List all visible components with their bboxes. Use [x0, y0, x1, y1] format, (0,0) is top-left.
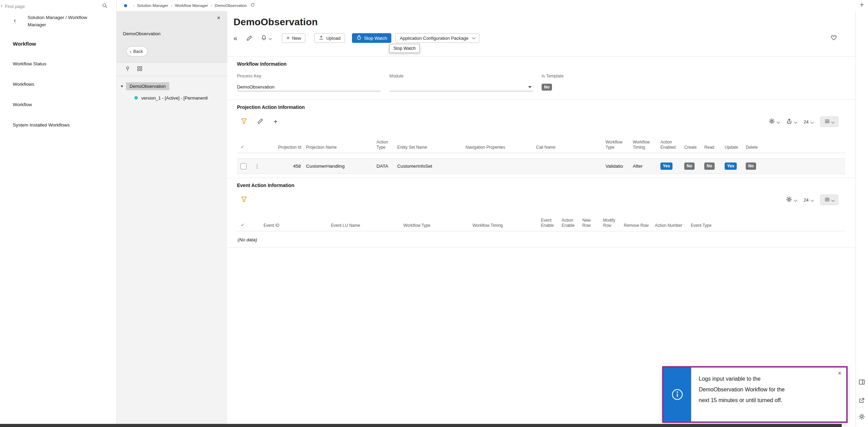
module-label: Module: [389, 74, 542, 78]
sidebar-item-workflows[interactable]: Workflows: [13, 82, 70, 87]
column-header: Workflow Type: [401, 223, 470, 231]
gear-icon: [769, 118, 775, 125]
select-all-icon[interactable]: ✓: [237, 145, 269, 153]
select-all-icon[interactable]: ✓: [237, 223, 259, 231]
workflow-information-section: Workflow Information Process Key DemoObs…: [227, 56, 856, 91]
tree-node-root[interactable]: ▼ DemoObservation: [117, 82, 227, 91]
page-size-control[interactable]: 24: [804, 197, 813, 203]
cell-action-type: DATA: [374, 164, 394, 169]
side-panel-toggle-icon[interactable]: [859, 379, 865, 386]
stop-watch-tooltip: Stop Watch: [389, 44, 420, 53]
module-field: Module: [389, 74, 542, 91]
view-mode-button[interactable]: [820, 117, 838, 127]
tree-version-label[interactable]: version_1 - [Active] - [Permanentl: [141, 95, 208, 101]
event-action-section: Event Action Information: [227, 178, 856, 248]
breadcrumb-separator: ›: [133, 3, 134, 8]
process-key-field: Process Key DemoObservation: [237, 74, 389, 91]
read-badge: No: [704, 163, 715, 169]
grid-view-icon[interactable]: [137, 66, 142, 72]
plus-icon[interactable]: +: [860, 1, 864, 9]
breadcrumb-separator: ›: [171, 3, 172, 8]
page-size-control[interactable]: 24: [804, 119, 813, 124]
filter-icon[interactable]: [241, 118, 247, 125]
chevron-down-icon: [472, 36, 476, 39]
toast-message: Logs input variable to the DemoObservati…: [691, 368, 795, 421]
back-chevron-icon[interactable]: ‹: [14, 17, 16, 24]
sidebar-item-workflow-status[interactable]: Workflow Status: [13, 61, 70, 66]
collapse-panel-icon[interactable]: «: [233, 34, 237, 42]
chevron-left-icon: ‹: [130, 49, 132, 54]
chevron-down-icon: [794, 198, 797, 202]
stop-watch-button[interactable]: Stop Watch: [352, 33, 392, 43]
column-header: Action Type: [374, 140, 394, 153]
is-template-field: Is Template No: [542, 74, 564, 91]
export-control[interactable]: [786, 119, 797, 125]
column-header: Workflow Type: [603, 140, 630, 153]
is-template-label: Is Template: [542, 74, 564, 78]
application-configuration-package-button[interactable]: Application Configuration Package: [395, 33, 479, 43]
version-panel-title: DemoObservation: [123, 31, 161, 36]
page-size-value: 24: [804, 197, 809, 203]
column-header: Event LU Name: [328, 223, 401, 231]
breadcrumb-workflow-manager[interactable]: Workflow Manager: [175, 3, 208, 8]
tree-root-label[interactable]: DemoObservation: [126, 82, 169, 90]
module-select[interactable]: [389, 83, 533, 91]
back-button[interactable]: ‹ Back: [127, 47, 147, 56]
column-header: Update: [722, 145, 743, 153]
sidebar-item-workflow[interactable]: Workflow: [13, 102, 70, 107]
cell-workflow-type: Validatio: [603, 164, 630, 169]
column-header: Navigation Properties: [463, 145, 533, 153]
find-page-row: [5, 0, 107, 12]
process-key-input[interactable]: DemoObservation: [237, 83, 381, 91]
projection-table-row[interactable]: ⋮ 458 CustomerHandling DATA CustomerInfo…: [237, 158, 845, 174]
notifications-menu[interactable]: [261, 35, 271, 41]
refresh-icon[interactable]: [250, 3, 255, 8]
settings-gear-icon[interactable]: [859, 414, 865, 421]
table-settings-control[interactable]: [786, 196, 797, 203]
column-header: Action Number: [652, 223, 688, 231]
row-menu-icon[interactable]: ⋮: [255, 163, 260, 169]
column-header: Workflow Timing: [470, 223, 538, 231]
edit-pencil-icon[interactable]: [257, 118, 263, 125]
tree-node-version[interactable]: version_1 - [Active] - [Permanentl: [117, 93, 227, 102]
new-button[interactable]: + New: [282, 33, 305, 43]
action-enabled-badge: Yes: [660, 163, 673, 169]
filter-icon[interactable]: [241, 196, 247, 203]
right-rail: [856, 11, 868, 427]
find-page-input[interactable]: [5, 4, 102, 9]
edit-pencil-icon[interactable]: [246, 35, 252, 41]
upload-icon: [319, 35, 324, 41]
close-icon[interactable]: ×: [217, 15, 220, 21]
event-table-toolbar: 24: [237, 193, 845, 207]
package-button-label: Application Configuration Package: [400, 36, 468, 41]
favorite-heart-icon[interactable]: [831, 35, 837, 42]
notification-toast: Logs input variable to the DemoObservati…: [662, 366, 848, 423]
cell-projection-id: 458: [269, 164, 302, 169]
app-window: › ‹ Solution Manager / Workflow Manager …: [0, 0, 868, 427]
delete-badge: No: [746, 163, 756, 169]
tree-expand-icon[interactable]: ▼: [120, 84, 124, 88]
list-view-icon: [825, 119, 830, 124]
toast-accent-strip: [664, 368, 691, 421]
close-icon[interactable]: ×: [838, 370, 841, 376]
sidebar-item-system-installed-workflows[interactable]: System Installed Workflows: [13, 122, 70, 128]
column-header: Projection Name: [302, 145, 374, 153]
cell-entity-set-name: CustomerInfoSet: [394, 164, 463, 169]
sidebar-back-title[interactable]: Solution Manager / Workflow Manager: [28, 14, 98, 28]
collapse-handle-icon[interactable]: ›: [1, 3, 2, 8]
view-mode-button[interactable]: [820, 195, 838, 205]
section-title: Event Action Information: [237, 183, 845, 188]
is-template-badge: No: [542, 84, 552, 91]
breadcrumb-solution-manager[interactable]: Solution Manager: [137, 3, 168, 8]
pin-icon[interactable]: [125, 66, 130, 72]
upload-button[interactable]: Upload: [314, 33, 345, 43]
open-external-icon[interactable]: [859, 398, 865, 405]
breadcrumb-demoobservation[interactable]: DemoObservation: [215, 3, 247, 8]
table-settings-control[interactable]: [769, 118, 780, 125]
no-data-text: (No data): [238, 237, 845, 242]
column-header: Event Enable: [538, 218, 559, 231]
column-header: Action Enabled: [658, 140, 681, 153]
row-checkbox[interactable]: [240, 163, 247, 169]
bell-icon: [261, 35, 267, 41]
add-row-icon[interactable]: +: [274, 118, 278, 126]
